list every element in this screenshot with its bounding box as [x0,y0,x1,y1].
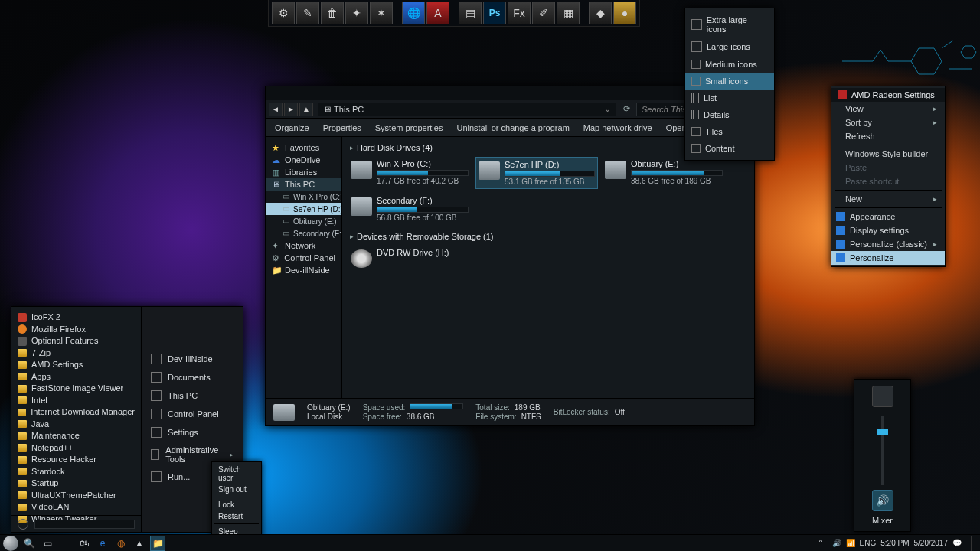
dock-app[interactable]: ✎ [296,2,319,24]
start-app-optional-features[interactable]: Optional Features [11,335,141,347]
start-settings[interactable]: Settings [142,423,243,442]
sidebar-drive-c[interactable]: ▭Win X Pro (C:) [266,191,341,203]
view-large[interactable]: Large icons [685,37,774,56]
sidebar-favorites[interactable]: ★Favorites [266,142,341,154]
dock-app[interactable]: ✐ [532,2,555,24]
start-folder-amd[interactable]: AMD Settings [11,359,141,371]
taskbar-app-icon[interactable]: ▲ [132,536,147,551]
tray-network-icon[interactable]: 📶 [846,539,855,548]
start-folder-apps[interactable]: Apps [11,371,141,383]
sidebar-drive-e[interactable]: ▭Obituary (E:) [266,215,341,227]
nav-forward-button[interactable]: ► [284,103,298,116]
start-control-panel[interactable]: Control Panel [142,405,243,423]
dock-app-fx[interactable]: Fx [508,2,531,24]
start-folder-resource-hacker[interactable]: Resource Hacker [11,454,141,466]
sidebar-drive-d[interactable]: ▭Se7en HP (D:) [266,203,341,215]
properties-button[interactable]: Properties [323,123,361,132]
sidebar-user-folder[interactable]: 📁Dev-illNside [266,264,341,276]
sidebar-drive-f[interactable]: ▭Secondary (F:) [266,227,341,240]
tray-overflow-icon[interactable]: ˄ [818,539,828,548]
power-switch-user[interactable]: Switch user [212,464,261,484]
chevron-down-icon[interactable]: ⌄ [604,104,611,114]
view-small[interactable]: Small icons [685,73,774,90]
dock-app[interactable]: ▤ [459,2,482,24]
start-folder-7zip[interactable]: 7-Zip [11,347,141,360]
start-button[interactable] [3,536,18,551]
tray-date[interactable]: 5/20/2017 [914,539,949,547]
power-lock[interactable]: Lock [212,499,261,510]
start-folder-uux[interactable]: UltraUXThemePatcher [11,490,141,502]
sidebar-this-pc[interactable]: 🖥This PC [266,178,341,191]
start-folder-java[interactable]: Java [11,419,141,431]
dock-app[interactable]: ⚙ [272,2,295,24]
drive-f[interactable]: Secondary (F:) 56.8 GB free of 100 GB [348,194,471,224]
dock-app-trash[interactable]: 🗑 [321,2,344,24]
dock-app[interactable]: ▦ [557,2,580,24]
organize-button[interactable]: Organize [275,123,309,132]
show-desktop-button[interactable] [971,536,977,551]
start-folder-faststone[interactable]: FastStone Image Viewer [11,383,141,395]
start-user[interactable]: Dev-illNside [142,350,243,368]
speaker-device-icon[interactable] [872,386,893,407]
uninstall-button[interactable]: Uninstall or change a program [456,123,569,132]
group-removable-header[interactable]: Devices with Removable Storage (1) [350,232,748,241]
taskbar-app-icon[interactable]: ◍ [113,536,129,551]
start-folder-notepadpp[interactable]: Notepad++ [11,442,141,455]
tray-language[interactable]: ENG [860,539,877,547]
start-programs-list[interactable]: IcoFX 2 Mozilla Firefox Optional Feature… [11,307,142,532]
taskbar-explorer-icon[interactable]: 📁 [150,536,165,551]
start-folder-stardock[interactable]: Stardock [11,466,141,478]
view-extra-large[interactable]: Extra large icons [685,11,774,37]
system-properties-button[interactable]: System properties [375,123,443,132]
drive-c[interactable]: Win X Pro (C:) 17.7 GB free of 40.2 GB [348,157,471,189]
tray-time[interactable]: 5:20 PM [880,539,909,547]
taskbar-store-icon[interactable]: 🛍 [77,536,92,551]
sidebar-network[interactable]: ✦Network [266,240,341,252]
dock-app-globe[interactable]: 🌐 [402,2,425,24]
taskbar-search-icon[interactable]: 🔍 [21,536,37,551]
view-medium[interactable]: Medium icons [685,56,774,73]
dock-app[interactable]: ✶ [370,2,393,24]
drive-dvd[interactable]: DVD RW Drive (H:) [348,246,471,270]
sidebar-libraries[interactable]: ▥Libraries [266,166,341,178]
volume-thumb[interactable] [877,429,888,435]
start-app-firefox[interactable]: Mozilla Firefox [11,324,141,336]
nav-back-button[interactable]: ◄ [269,103,283,116]
start-documents[interactable]: Documents [142,368,243,386]
start-app-icofx[interactable]: IcoFX 2 [11,311,141,324]
start-folder-videolan[interactable]: VideoLAN [11,501,141,514]
dock-app[interactable]: ✦ [345,2,368,24]
dock-app[interactable]: ◆ [589,2,612,24]
start-search-input[interactable] [34,520,135,529]
nav-up-button[interactable]: ▲ [299,103,313,116]
drive-d[interactable]: Se7en HP (D:) 53.1 GB free of 135 GB [475,157,598,189]
power-restart[interactable]: Restart [212,510,261,522]
view-details[interactable]: Details [685,106,774,123]
tray-volume-icon[interactable]: 🔊 [832,539,841,548]
explorer-titlebar[interactable] [266,86,754,100]
start-folder-startup[interactable]: Startup [11,478,141,490]
dock-app-amd[interactable]: A [426,2,449,24]
drive-e[interactable]: Obituary (E:) 38.6 GB free of 189 GB [603,157,725,189]
sidebar-onedrive[interactable]: ☁OneDrive [266,154,341,166]
tray-action-center-icon[interactable]: 💬 [952,539,962,548]
view-list[interactable]: List [685,90,774,106]
ctx-personalize[interactable]: Personalize [831,251,945,265]
ctx-sort[interactable]: Sort by▸ [831,116,945,129]
start-power-button[interactable] [18,519,28,530]
refresh-button[interactable]: ⟳ [619,103,633,116]
dock-app[interactable]: ● [613,2,636,24]
start-folder-maintenance[interactable]: Maintenance [11,430,141,442]
mixer-link[interactable]: Mixer [872,516,893,525]
taskbar-taskview-icon[interactable]: ▭ [40,536,55,551]
ctx-amd-header[interactable]: AMD Radeon Settings [831,88,945,102]
sidebar-control-panel[interactable]: ⚙Control Panel [266,252,341,264]
speaker-icon[interactable]: 🔊 [872,490,893,511]
dock-app-photoshop[interactable]: Ps [483,2,506,24]
start-folder-intel[interactable]: Intel [11,395,141,407]
ctx-view[interactable]: View▸ [831,102,945,116]
ctx-personalize-classic[interactable]: Personalize (classic)▸ [831,237,945,251]
ctx-refresh[interactable]: Refresh [831,129,945,143]
volume-slider[interactable] [881,416,884,485]
view-tiles[interactable]: Tiles [685,123,774,140]
